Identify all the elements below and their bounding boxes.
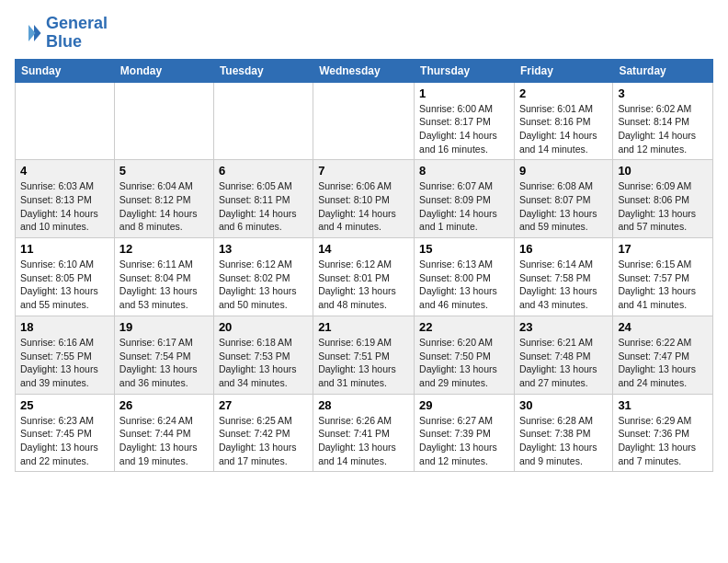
calendar-day-cell: 20Sunrise: 6:18 AM Sunset: 7:53 PM Dayli… xyxy=(213,316,313,394)
day-detail: Sunrise: 6:28 AM Sunset: 7:38 PM Dayligh… xyxy=(519,414,608,468)
day-detail: Sunrise: 6:23 AM Sunset: 7:45 PM Dayligh… xyxy=(20,414,109,468)
calendar-day-cell: 7Sunrise: 6:06 AM Sunset: 8:10 PM Daylig… xyxy=(313,160,415,238)
calendar-week-row: 1Sunrise: 6:00 AM Sunset: 8:17 PM Daylig… xyxy=(16,82,713,160)
day-number: 18 xyxy=(20,320,109,334)
calendar-day-cell: 10Sunrise: 6:09 AM Sunset: 8:06 PM Dayli… xyxy=(613,160,713,238)
calendar-empty-cell xyxy=(313,82,415,160)
calendar-day-cell: 31Sunrise: 6:29 AM Sunset: 7:36 PM Dayli… xyxy=(613,394,713,472)
day-detail: Sunrise: 6:19 AM Sunset: 7:51 PM Dayligh… xyxy=(318,336,409,390)
calendar-day-cell: 13Sunrise: 6:12 AM Sunset: 8:02 PM Dayli… xyxy=(213,238,313,316)
calendar-day-cell: 23Sunrise: 6:21 AM Sunset: 7:48 PM Dayli… xyxy=(514,316,612,394)
calendar-day-cell: 25Sunrise: 6:23 AM Sunset: 7:45 PM Dayli… xyxy=(16,394,115,472)
calendar-week-row: 11Sunrise: 6:10 AM Sunset: 8:05 PM Dayli… xyxy=(16,238,713,316)
calendar-day-cell: 11Sunrise: 6:10 AM Sunset: 8:05 PM Dayli… xyxy=(16,238,115,316)
day-detail: Sunrise: 6:14 AM Sunset: 7:58 PM Dayligh… xyxy=(519,258,608,312)
day-number: 14 xyxy=(318,242,409,256)
day-number: 24 xyxy=(618,320,708,334)
day-number: 25 xyxy=(20,398,109,412)
weekday-header-monday: Monday xyxy=(114,59,213,82)
day-detail: Sunrise: 6:02 AM Sunset: 8:14 PM Dayligh… xyxy=(618,102,708,156)
calendar-day-cell: 12Sunrise: 6:11 AM Sunset: 8:04 PM Dayli… xyxy=(114,238,213,316)
calendar-day-cell: 26Sunrise: 6:24 AM Sunset: 7:44 PM Dayli… xyxy=(114,394,213,472)
day-detail: Sunrise: 6:25 AM Sunset: 7:42 PM Dayligh… xyxy=(219,414,308,468)
weekday-header-saturday: Saturday xyxy=(613,59,713,82)
day-detail: Sunrise: 6:10 AM Sunset: 8:05 PM Dayligh… xyxy=(20,258,109,312)
day-detail: Sunrise: 6:07 AM Sunset: 8:09 PM Dayligh… xyxy=(419,179,509,234)
calendar-day-cell: 17Sunrise: 6:15 AM Sunset: 7:57 PM Dayli… xyxy=(613,238,713,316)
logo: General Blue xyxy=(15,15,108,52)
day-detail: Sunrise: 6:04 AM Sunset: 8:12 PM Dayligh… xyxy=(119,179,209,234)
day-detail: Sunrise: 6:17 AM Sunset: 7:54 PM Dayligh… xyxy=(119,336,209,390)
day-detail: Sunrise: 6:05 AM Sunset: 8:11 PM Dayligh… xyxy=(219,179,308,234)
day-number: 11 xyxy=(20,242,109,256)
day-number: 10 xyxy=(618,164,708,178)
logo-text: General Blue xyxy=(46,15,108,52)
day-number: 31 xyxy=(618,398,708,412)
calendar-week-row: 4Sunrise: 6:03 AM Sunset: 8:13 PM Daylig… xyxy=(16,160,713,238)
day-number: 19 xyxy=(119,320,209,334)
calendar-day-cell: 24Sunrise: 6:22 AM Sunset: 7:47 PM Dayli… xyxy=(613,316,713,394)
calendar-day-cell: 16Sunrise: 6:14 AM Sunset: 7:58 PM Dayli… xyxy=(514,238,612,316)
day-detail: Sunrise: 6:29 AM Sunset: 7:36 PM Dayligh… xyxy=(618,414,708,468)
calendar-day-cell: 1Sunrise: 6:00 AM Sunset: 8:17 PM Daylig… xyxy=(415,82,515,160)
day-number: 3 xyxy=(618,86,708,100)
page-header: General Blue xyxy=(15,15,713,52)
calendar-day-cell: 28Sunrise: 6:26 AM Sunset: 7:41 PM Dayli… xyxy=(313,394,415,472)
calendar-day-cell: 22Sunrise: 6:20 AM Sunset: 7:50 PM Dayli… xyxy=(415,316,515,394)
weekday-header-friday: Friday xyxy=(514,59,612,82)
day-detail: Sunrise: 6:26 AM Sunset: 7:41 PM Dayligh… xyxy=(318,414,409,468)
day-number: 20 xyxy=(219,320,308,334)
day-number: 8 xyxy=(419,164,509,178)
weekday-header-row: SundayMondayTuesdayWednesdayThursdayFrid… xyxy=(16,59,713,82)
day-detail: Sunrise: 6:18 AM Sunset: 7:53 PM Dayligh… xyxy=(219,336,308,390)
day-detail: Sunrise: 6:24 AM Sunset: 7:44 PM Dayligh… xyxy=(119,414,209,468)
day-detail: Sunrise: 6:15 AM Sunset: 7:57 PM Dayligh… xyxy=(618,258,708,312)
calendar-day-cell: 29Sunrise: 6:27 AM Sunset: 7:39 PM Dayli… xyxy=(415,394,515,472)
calendar-week-row: 18Sunrise: 6:16 AM Sunset: 7:55 PM Dayli… xyxy=(16,316,713,394)
calendar-day-cell: 19Sunrise: 6:17 AM Sunset: 7:54 PM Dayli… xyxy=(114,316,213,394)
day-detail: Sunrise: 6:06 AM Sunset: 8:10 PM Dayligh… xyxy=(318,179,409,234)
calendar-day-cell: 8Sunrise: 6:07 AM Sunset: 8:09 PM Daylig… xyxy=(415,160,515,238)
day-detail: Sunrise: 6:20 AM Sunset: 7:50 PM Dayligh… xyxy=(419,336,509,390)
day-number: 15 xyxy=(419,242,509,256)
day-number: 7 xyxy=(318,164,409,178)
day-number: 5 xyxy=(119,164,209,178)
calendar-day-cell: 9Sunrise: 6:08 AM Sunset: 8:07 PM Daylig… xyxy=(514,160,612,238)
day-detail: Sunrise: 6:01 AM Sunset: 8:16 PM Dayligh… xyxy=(519,102,608,156)
day-detail: Sunrise: 6:09 AM Sunset: 8:06 PM Dayligh… xyxy=(618,179,708,234)
calendar-day-cell: 3Sunrise: 6:02 AM Sunset: 8:14 PM Daylig… xyxy=(613,82,713,160)
calendar-day-cell: 18Sunrise: 6:16 AM Sunset: 7:55 PM Dayli… xyxy=(16,316,115,394)
day-number: 28 xyxy=(318,398,409,412)
day-number: 29 xyxy=(419,398,509,412)
day-number: 12 xyxy=(119,242,209,256)
day-detail: Sunrise: 6:03 AM Sunset: 8:13 PM Dayligh… xyxy=(20,179,109,234)
day-number: 1 xyxy=(419,86,509,100)
calendar-day-cell: 14Sunrise: 6:12 AM Sunset: 8:01 PM Dayli… xyxy=(313,238,415,316)
day-number: 23 xyxy=(519,320,608,334)
weekday-header-wednesday: Wednesday xyxy=(313,59,415,82)
day-detail: Sunrise: 6:11 AM Sunset: 8:04 PM Dayligh… xyxy=(119,258,209,312)
day-detail: Sunrise: 6:13 AM Sunset: 8:00 PM Dayligh… xyxy=(419,258,509,312)
day-number: 17 xyxy=(618,242,708,256)
calendar-day-cell: 27Sunrise: 6:25 AM Sunset: 7:42 PM Dayli… xyxy=(213,394,313,472)
day-number: 26 xyxy=(119,398,209,412)
day-number: 9 xyxy=(519,164,608,178)
day-number: 21 xyxy=(318,320,409,334)
day-detail: Sunrise: 6:16 AM Sunset: 7:55 PM Dayligh… xyxy=(20,336,109,390)
calendar-day-cell: 4Sunrise: 6:03 AM Sunset: 8:13 PM Daylig… xyxy=(16,160,115,238)
day-number: 16 xyxy=(519,242,608,256)
calendar-empty-cell xyxy=(213,82,313,160)
calendar-day-cell: 2Sunrise: 6:01 AM Sunset: 8:16 PM Daylig… xyxy=(514,82,612,160)
calendar-day-cell: 6Sunrise: 6:05 AM Sunset: 8:11 PM Daylig… xyxy=(213,160,313,238)
day-detail: Sunrise: 6:12 AM Sunset: 8:01 PM Dayligh… xyxy=(318,258,409,312)
calendar-empty-cell xyxy=(16,82,115,160)
calendar-day-cell: 5Sunrise: 6:04 AM Sunset: 8:12 PM Daylig… xyxy=(114,160,213,238)
day-number: 13 xyxy=(219,242,308,256)
day-number: 30 xyxy=(519,398,608,412)
day-detail: Sunrise: 6:21 AM Sunset: 7:48 PM Dayligh… xyxy=(519,336,608,390)
day-detail: Sunrise: 6:27 AM Sunset: 7:39 PM Dayligh… xyxy=(419,414,509,468)
day-number: 6 xyxy=(219,164,308,178)
day-number: 4 xyxy=(20,164,109,178)
calendar-week-row: 25Sunrise: 6:23 AM Sunset: 7:45 PM Dayli… xyxy=(16,394,713,472)
calendar-day-cell: 15Sunrise: 6:13 AM Sunset: 8:00 PM Dayli… xyxy=(415,238,515,316)
